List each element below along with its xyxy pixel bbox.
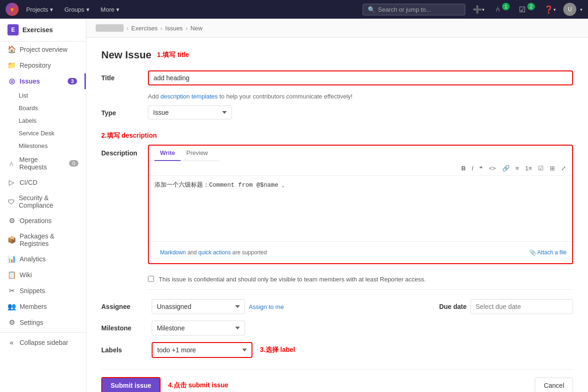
description-help-text: Add description templates to help your c…: [148, 93, 573, 100]
sidebar-item-label: Snippets: [20, 287, 45, 294]
milestone-select[interactable]: Milestone: [152, 321, 245, 336]
title-row: Title: [101, 70, 573, 85]
assign-me-button[interactable]: Assign to me: [249, 303, 284, 310]
desc-footer-text: Markdown and quick actions are supported: [154, 245, 273, 259]
desc-tab-preview[interactable]: Preview: [181, 146, 213, 161]
description-templates-link[interactable]: description templates: [161, 93, 218, 100]
groups-nav-btn[interactable]: Groups ▾: [61, 4, 93, 15]
checklist-btn[interactable]: ☑: [536, 163, 546, 174]
sidebar-collapse-btn[interactable]: « Collapse sidebar: [0, 335, 86, 350]
sidebar-item-project-overview[interactable]: 🏠 Project overview: [0, 42, 86, 57]
sidebar-subitem-service-desk[interactable]: Service Desk: [0, 127, 86, 140]
link-btn[interactable]: 🔗: [500, 163, 512, 174]
attach-file-link[interactable]: 📎 Attach a file: [529, 249, 567, 256]
assignee-select[interactable]: Unassigned: [152, 299, 245, 314]
sidebar-project-header: E Exercises: [0, 19, 86, 42]
sidebar-subitem-labels[interactable]: Labels: [0, 114, 86, 127]
sidebar-item-packages[interactable]: 📦 Packages & Registries: [0, 229, 86, 251]
breadcrumb-sep-3: ›: [186, 25, 188, 32]
user-avatar[interactable]: U: [563, 3, 576, 16]
breadcrumb-new: New: [190, 25, 203, 32]
quote-btn[interactable]: ❝: [477, 163, 485, 174]
type-row: Type Issue: [101, 105, 573, 119]
repository-icon: 📁: [7, 61, 16, 70]
projects-nav-btn[interactable]: Projects ▾: [22, 4, 57, 15]
sidebar-subitem-list[interactable]: List: [0, 89, 86, 102]
desc-toolbar: B I ❝ <> 🔗 ≡ 1≡ ☑ ⊞ ⤢: [149, 161, 572, 176]
description-container: Write Preview B I ❝ <> 🔗 ≡ 1≡ ☑ ⊞: [148, 145, 573, 264]
due-date-input[interactable]: [470, 299, 573, 314]
sidebar-item-issues[interactable]: ◎ Issues 3: [0, 73, 86, 89]
sidebar-item-cicd[interactable]: ▷ CI/CD: [0, 175, 86, 190]
submit-area: Submit issue 4.点击 submit issue Cancel: [101, 369, 573, 392]
milestone-label: Milestone: [101, 324, 148, 332]
page-title: New Issue: [101, 49, 152, 61]
sidebar-item-operations[interactable]: ⚙ Operations: [0, 213, 86, 229]
desc-tab-write[interactable]: Write: [154, 146, 181, 161]
annotation-1: 1.填写 title: [157, 51, 189, 59]
due-date-section: Due date: [439, 299, 573, 314]
labels-select[interactable]: todo +1 more: [152, 342, 252, 358]
issues-badge: 3: [68, 78, 77, 84]
markdown-link[interactable]: Markdown: [160, 249, 186, 256]
sidebar-item-analytics[interactable]: 📊 Analytics: [0, 251, 86, 267]
collapse-icon: «: [7, 338, 16, 346]
confidential-checkbox[interactable]: [148, 276, 154, 282]
table-btn[interactable]: ⊞: [547, 163, 557, 174]
packages-icon: 📦: [7, 236, 16, 244]
cancel-button[interactable]: Cancel: [535, 378, 573, 392]
shield-icon: 🛡: [7, 198, 15, 206]
confidential-row: This issue is confidential and should on…: [148, 269, 573, 290]
sidebar-item-repository[interactable]: 📁 Repository: [0, 57, 86, 73]
sidebar-item-wiki[interactable]: 📋 Wiki: [0, 267, 86, 283]
desc-tabs: Write Preview: [149, 146, 219, 161]
quick-actions-link[interactable]: quick actions: [198, 249, 231, 256]
breadcrumb-issues[interactable]: Issues: [165, 25, 183, 32]
groups-chevron-icon: ▾: [86, 6, 90, 13]
type-select[interactable]: Issue: [148, 105, 232, 119]
description-row: Description Write Preview B I ❝ <> 🔗: [101, 145, 573, 264]
breadcrumb-sep-2: ›: [161, 25, 162, 32]
code-btn[interactable]: <>: [486, 163, 498, 174]
sidebar-subitem-milestones[interactable]: Milestones: [0, 140, 86, 152]
due-date-label: Due date: [439, 303, 467, 310]
assignee-label: Assignee: [101, 303, 148, 310]
plus-btn[interactable]: ➕▾: [469, 3, 488, 16]
ol-btn[interactable]: 1≡: [523, 163, 534, 174]
assignee-section: Assignee Unassigned Assign to me: [101, 299, 430, 314]
labels-container: todo +1 more: [152, 342, 252, 358]
title-input[interactable]: [148, 70, 573, 85]
sidebar-item-snippets[interactable]: ✂ Snippets: [0, 283, 86, 299]
sidebar-item-settings[interactable]: ⚙ Settings: [0, 315, 86, 330]
italic-btn[interactable]: I: [469, 163, 476, 174]
title-label: Title: [101, 70, 148, 82]
sidebar-item-security[interactable]: 🛡 Security & Compliance: [0, 190, 86, 213]
type-field: Issue: [148, 105, 573, 119]
ul-btn[interactable]: ≡: [513, 163, 522, 174]
description-content[interactable]: 添加一个六级标题：Comment from @$name 。: [149, 176, 572, 213]
more-nav-btn[interactable]: More ▾: [97, 4, 124, 15]
search-box[interactable]: 🔍 Search or jump to...: [363, 4, 465, 15]
title-field: [148, 70, 573, 85]
sidebar-item-label: Packages & Registries: [20, 232, 78, 247]
cicd-icon: ▷: [7, 178, 16, 187]
submit-issue-button[interactable]: Submit issue: [101, 377, 161, 392]
sidebar-item-label: Members: [20, 303, 47, 310]
help-icon-btn[interactable]: ❓▾: [540, 3, 560, 16]
annotation-4: 4.点击 submit issue: [168, 381, 228, 390]
breadcrumb-exercises[interactable]: Exercises: [131, 25, 157, 32]
sidebar-item-label: Collapse sidebar: [20, 339, 68, 346]
more-chevron-icon: ▾: [116, 6, 119, 13]
new-issue-form: New Issue 1.填写 title Title Add descripti…: [86, 38, 588, 392]
main-content: › Exercises › Issues › New New Issue 1.填…: [86, 19, 588, 392]
sidebar-subitem-boards[interactable]: Boards: [0, 102, 86, 114]
bold-btn[interactable]: B: [459, 163, 468, 174]
top-navigation: Projects ▾ Groups ▾ More ▾ 🔍 Search or j…: [0, 0, 588, 19]
sidebar-item-label: Settings: [20, 319, 43, 326]
fullscreen-btn[interactable]: ⤢: [559, 163, 568, 174]
sidebar-item-members[interactable]: 👥 Members: [0, 299, 86, 315]
desc-extra-space: [149, 213, 572, 241]
operations-icon: ⚙: [7, 217, 16, 225]
sidebar-item-merge-requests[interactable]: ⑃ Merge Requests 0: [0, 152, 86, 175]
todo-icon-group: ☑ 2: [515, 3, 537, 16]
